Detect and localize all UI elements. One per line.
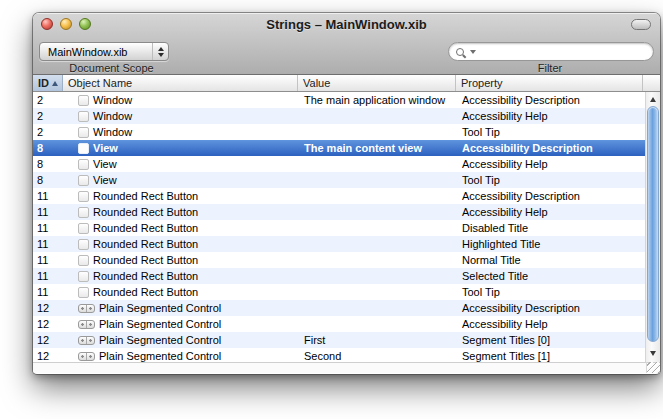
generic-object-icon — [78, 255, 89, 266]
table-row[interactable]: 11 Rounded Rect Button Disabled Title — [33, 220, 645, 236]
cell-object-name: Window — [63, 92, 298, 108]
column-header-id[interactable]: ID — [33, 75, 63, 91]
window-bottom-bar — [33, 362, 660, 373]
cell-object-name: Rounded Rect Button — [63, 268, 298, 284]
cell-object-name: View — [63, 140, 298, 156]
table-row[interactable]: 12 Plain Segmented Control Accessibility… — [33, 300, 645, 316]
scrollbar-thumb[interactable] — [647, 106, 659, 342]
column-header-property-label: Property — [461, 77, 503, 89]
cell-object-name: Rounded Rect Button — [63, 204, 298, 220]
column-header-object-name[interactable]: Object Name — [63, 75, 298, 91]
cell-property: Segment Titles [1] — [456, 348, 643, 362]
document-scope-popup[interactable]: MainWindow.xib — [39, 42, 169, 61]
generic-object-icon — [78, 287, 89, 298]
table-body: 2 Window The main application window Acc… — [33, 92, 660, 362]
filter-search-input[interactable] — [476, 44, 653, 59]
cell-value — [298, 236, 456, 252]
resize-grip[interactable] — [646, 362, 660, 373]
table-row[interactable]: 12 Plain Segmented Control First Segment… — [33, 332, 645, 348]
cell-id: 2 — [33, 108, 63, 124]
cell-value — [298, 220, 456, 236]
table-row[interactable]: 12 Plain Segmented Control Second Segmen… — [33, 348, 645, 362]
table-row[interactable]: 11 Rounded Rect Button Selected Title — [33, 268, 645, 284]
generic-object-icon — [78, 95, 89, 106]
table-rows: 2 Window The main application window Acc… — [33, 92, 645, 362]
cell-property: Disabled Title — [456, 220, 643, 236]
cell-property: Accessibility Description — [456, 92, 643, 108]
search-icon — [456, 48, 464, 56]
cell-id: 8 — [33, 140, 63, 156]
vertical-scrollbar[interactable] — [645, 92, 660, 362]
cell-property: Highlighted Title — [456, 236, 643, 252]
segmented-control-icon — [78, 352, 95, 361]
cell-object-name: Plain Segmented Control — [63, 300, 298, 316]
cell-object-name: Rounded Rect Button — [63, 252, 298, 268]
column-header-value[interactable]: Value — [298, 75, 456, 91]
column-header-property[interactable]: Property — [456, 75, 643, 91]
sort-ascending-icon — [52, 81, 58, 86]
generic-object-icon — [78, 159, 89, 170]
cell-id: 12 — [33, 316, 63, 332]
table-row[interactable]: 11 Rounded Rect Button Accessibility Des… — [33, 188, 645, 204]
strings-window: Strings – MainWindow.xib MainWindow.xib … — [33, 13, 660, 374]
cell-value — [298, 188, 456, 204]
cell-id: 12 — [33, 332, 63, 348]
table-row[interactable]: 8 View Accessibility Help — [33, 156, 645, 172]
window-title: Strings – MainWindow.xib — [33, 17, 660, 32]
cell-property: Tool Tip — [456, 172, 643, 188]
table-row[interactable]: 11 Rounded Rect Button Highlighted Title — [33, 236, 645, 252]
cell-value — [298, 316, 456, 332]
cell-property: Tool Tip — [456, 124, 643, 140]
cell-value: First — [298, 332, 456, 348]
cell-property: Accessibility Description — [456, 300, 643, 316]
table-row[interactable]: 2 Window Tool Tip — [33, 124, 645, 140]
table-row[interactable]: 8 View Tool Tip — [33, 172, 645, 188]
generic-object-icon — [78, 191, 89, 202]
cell-id: 12 — [33, 300, 63, 316]
table-row[interactable]: 11 Rounded Rect Button Normal Title — [33, 252, 645, 268]
table-row[interactable]: 2 Window Accessibility Help — [33, 108, 645, 124]
cell-object-name: Rounded Rect Button — [63, 284, 298, 300]
cell-property: Accessibility Help — [456, 156, 643, 172]
cell-object-name: Window — [63, 108, 298, 124]
cell-value — [298, 204, 456, 220]
cell-object-name: Plain Segmented Control — [63, 332, 298, 348]
column-header-id-label: ID — [38, 77, 49, 89]
table-row[interactable]: 2 Window The main application window Acc… — [33, 92, 645, 108]
segmented-control-icon — [78, 304, 95, 313]
cell-id: 8 — [33, 172, 63, 188]
cell-object-name: Rounded Rect Button — [63, 236, 298, 252]
cell-value — [298, 108, 456, 124]
filter-search-field[interactable] — [448, 42, 654, 61]
cell-value — [298, 300, 456, 316]
table-row[interactable]: 12 Plain Segmented Control Accessibility… — [33, 316, 645, 332]
cell-property: Accessibility Description — [456, 188, 643, 204]
document-scope-label: Document Scope — [39, 62, 184, 74]
titlebar[interactable]: Strings – MainWindow.xib — [33, 13, 660, 35]
cell-value — [298, 252, 456, 268]
cell-property: Accessibility Help — [456, 316, 643, 332]
cell-id: 11 — [33, 284, 63, 300]
generic-object-icon — [78, 175, 89, 186]
generic-object-icon — [78, 127, 89, 138]
generic-object-icon — [78, 271, 89, 282]
generic-object-icon — [78, 223, 89, 234]
screenshot-canvas: Strings – MainWindow.xib MainWindow.xib … — [0, 0, 663, 419]
toolbar-toggle-button[interactable] — [631, 19, 651, 30]
column-header-value-label: Value — [303, 77, 330, 89]
generic-object-icon — [78, 207, 89, 218]
cell-object-name: Plain Segmented Control — [63, 348, 298, 362]
column-header-object-name-label: Object Name — [68, 77, 132, 89]
table-row[interactable]: 11 Rounded Rect Button Tool Tip — [33, 284, 645, 300]
down-arrow-icon — [158, 53, 164, 57]
segmented-control-icon — [78, 336, 95, 345]
cell-property: Normal Title — [456, 252, 643, 268]
scroll-up-button[interactable] — [646, 93, 660, 105]
scroll-down-button[interactable] — [646, 347, 660, 359]
table-row[interactable]: 11 Rounded Rect Button Accessibility Hel… — [33, 204, 645, 220]
filter-label: Filter — [450, 62, 650, 74]
cell-value: The main content view — [298, 140, 456, 156]
table-row[interactable]: 8 View The main content view Accessibili… — [33, 140, 645, 156]
cell-value — [298, 268, 456, 284]
cell-property: Selected Title — [456, 268, 643, 284]
